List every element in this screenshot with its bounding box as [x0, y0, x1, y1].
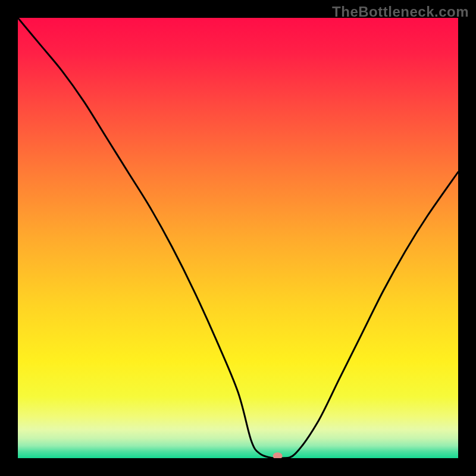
- chart-frame: TheBottleneck.com: [0, 0, 476, 476]
- optimal-point-marker: [273, 452, 283, 458]
- plot-svg: [18, 18, 458, 458]
- plot-area: [18, 18, 458, 458]
- bottleneck-curve: [18, 18, 458, 458]
- watermark-text: TheBottleneck.com: [332, 4, 469, 20]
